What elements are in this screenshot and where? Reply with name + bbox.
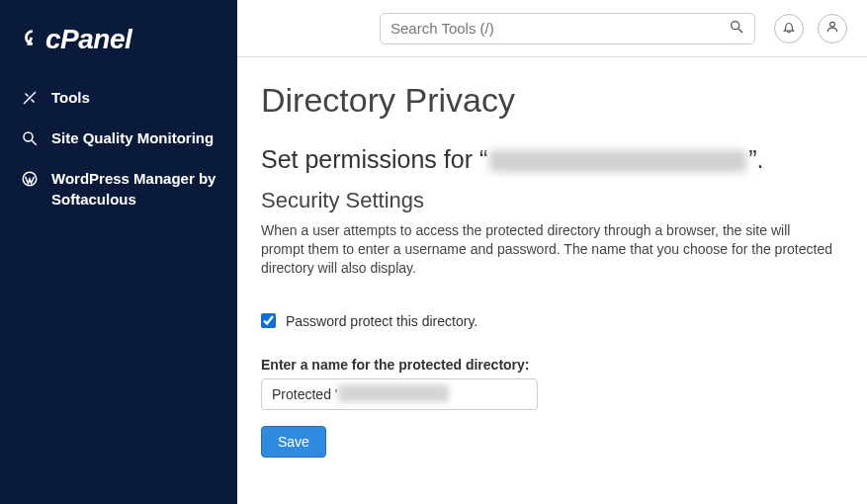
topbar bbox=[237, 0, 867, 57]
tools-icon bbox=[20, 88, 40, 108]
svg-point-3 bbox=[830, 22, 835, 27]
redacted-directory-name bbox=[489, 150, 746, 172]
topbar-right bbox=[774, 14, 847, 43]
directory-name-wrapper bbox=[261, 378, 538, 426]
password-protect-row: Password protect this directory. bbox=[261, 313, 843, 329]
directory-name-input[interactable] bbox=[261, 378, 538, 410]
account-button[interactable] bbox=[818, 14, 847, 43]
set-permissions-suffix: ”. bbox=[748, 145, 763, 173]
svg-point-0 bbox=[24, 132, 33, 141]
sidebar-nav: Tools Site Quality Monitoring WordPress … bbox=[20, 87, 217, 210]
directory-name-label: Enter a name for the protected directory… bbox=[261, 357, 843, 373]
page-title: Directory Privacy bbox=[261, 81, 843, 120]
security-settings-description: When a user attempts to access the prote… bbox=[261, 221, 834, 278]
search-icon[interactable] bbox=[729, 19, 744, 39]
set-permissions-prefix: Set permissions for “ bbox=[261, 145, 487, 173]
svg-point-2 bbox=[732, 21, 739, 29]
search-input[interactable] bbox=[390, 20, 729, 37]
sidebar-item-label: Tools bbox=[51, 87, 217, 108]
set-permissions-heading: Set permissions for “”. bbox=[261, 145, 843, 174]
content: Directory Privacy Set permissions for “”… bbox=[237, 57, 867, 481]
save-button[interactable]: Save bbox=[261, 426, 326, 458]
security-settings-heading: Security Settings bbox=[261, 188, 843, 213]
sidebar-item-label: Site Quality Monitoring bbox=[51, 127, 217, 148]
password-protect-label[interactable]: Password protect this directory. bbox=[286, 313, 477, 329]
brand-logo: cPanel bbox=[20, 24, 217, 55]
sidebar-item-site-quality[interactable]: Site Quality Monitoring bbox=[20, 127, 217, 148]
brand-logo-icon bbox=[20, 24, 42, 55]
sidebar-item-tools[interactable]: Tools bbox=[20, 87, 217, 108]
magnifier-icon bbox=[20, 128, 40, 148]
brand-name: cPanel bbox=[45, 24, 131, 55]
wordpress-icon bbox=[20, 169, 40, 189]
sidebar: cPanel Tools Site Quality Monitoring Wor… bbox=[0, 0, 237, 504]
sidebar-item-label: WordPress Manager by Softaculous bbox=[51, 168, 217, 210]
bell-icon bbox=[782, 20, 796, 38]
user-icon bbox=[825, 20, 839, 38]
search-wrapper[interactable] bbox=[380, 13, 755, 44]
main-area: Directory Privacy Set permissions for “”… bbox=[237, 0, 867, 504]
notifications-button[interactable] bbox=[774, 14, 804, 43]
sidebar-item-wordpress[interactable]: WordPress Manager by Softaculous bbox=[20, 168, 217, 210]
password-protect-checkbox[interactable] bbox=[261, 313, 276, 328]
